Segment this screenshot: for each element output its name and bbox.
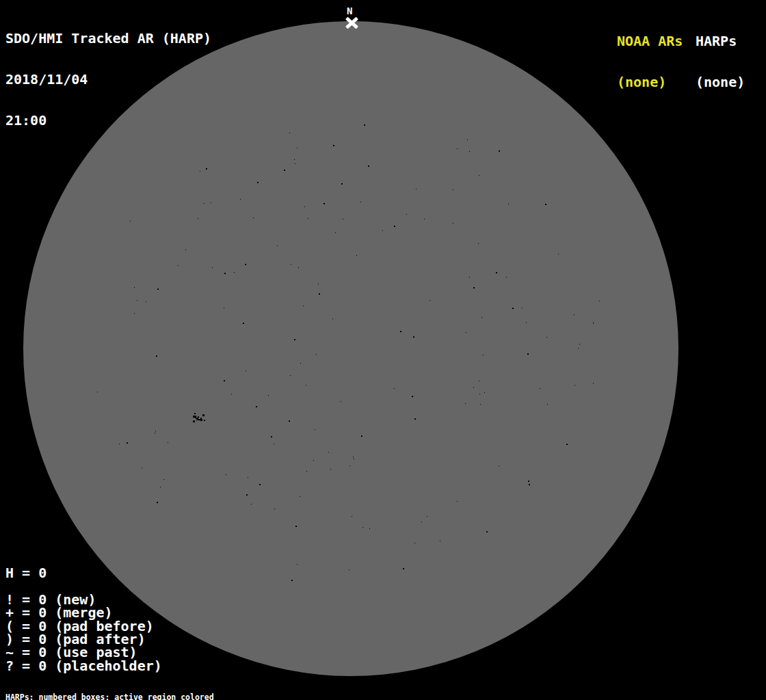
harps-status: HARPs (none) <box>696 7 745 116</box>
footer-harps-note: HARPs: numbered boxes; active region col… <box>5 694 280 700</box>
north-label: N <box>347 6 352 16</box>
legend-line: ? = 0 (placeholder) <box>5 660 162 673</box>
harps-status-title: HARPs <box>696 34 745 48</box>
north-cross-icon <box>345 16 359 29</box>
solar-plot-canvas: SDO/HMI Tracked AR (HARP) 2018/11/04 21:… <box>0 0 766 700</box>
legend-counts: H = 0 ! = 0 (new)+ = 0 (merge)( = 0 (pad… <box>5 567 162 673</box>
legend-line: H = 0 <box>5 567 162 580</box>
plot-header: SDO/HMI Tracked AR (HARP) 2018/11/04 21:… <box>5 4 211 154</box>
page-title: SDO/HMI Tracked AR (HARP) <box>5 31 211 45</box>
noaa-status: NOAA ARs (none) <box>617 7 683 116</box>
noaa-status-value: (none) <box>617 75 683 89</box>
date-label: 2018/11/04 <box>5 72 211 86</box>
noaa-status-title: NOAA ARs <box>617 34 683 48</box>
footer-notes: HARPs: numbered boxes; active region col… <box>5 678 280 700</box>
harps-status-value: (none) <box>696 75 745 89</box>
time-label: 21:00 <box>5 113 211 127</box>
